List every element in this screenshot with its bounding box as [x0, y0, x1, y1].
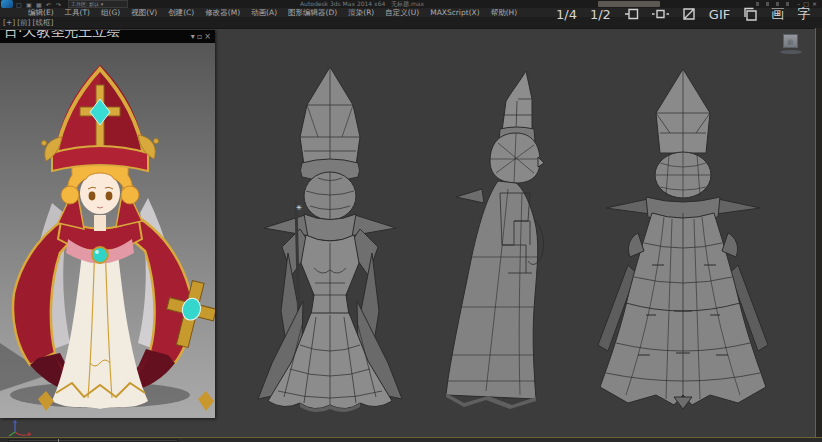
text-button[interactable]: 字 — [797, 5, 810, 23]
new-scene-icon[interactable]: ▢ — [16, 1, 22, 8]
menu-create[interactable]: 创建(C) — [168, 8, 194, 17]
3dsmax-logo-icon[interactable] — [1, 0, 13, 8]
viewcube-ring — [780, 50, 802, 54]
menu-customize[interactable]: 自定义(U) — [385, 8, 419, 17]
pin-icon[interactable] — [624, 7, 639, 21]
viewport-menu-shading[interactable]: [线框] — [33, 18, 54, 27]
undo-icon[interactable]: ↶ — [46, 1, 51, 8]
window-title: Autodesk 3ds Max 2014 x64 无标题.max — [300, 0, 560, 8]
menu-edit[interactable]: 编辑(E) — [28, 8, 54, 17]
wireframe-model-side[interactable] — [438, 69, 588, 409]
viewcube-front-face[interactable]: 前 — [783, 34, 798, 48]
viewport-menu-general[interactable]: [+] — [3, 18, 15, 27]
file-name: 无标题.max — [391, 0, 424, 7]
menu-animation[interactable]: 动画(A) — [251, 8, 277, 17]
draw-button[interactable]: 画 — [771, 5, 784, 23]
menu-maxscript[interactable]: MAXScript(X) — [430, 8, 479, 17]
cursor-sparkle: ✳ — [296, 205, 303, 212]
reference-window-controls: ▾▫× — [191, 31, 213, 42]
menu-help[interactable]: 帮助(H) — [491, 8, 518, 17]
copy-layers-icon[interactable] — [743, 7, 758, 21]
viewcube[interactable]: 前 — [779, 34, 803, 56]
resize-icon[interactable] — [652, 7, 669, 21]
menu-graph-editors[interactable]: 图形编辑器(D) — [288, 8, 337, 17]
menu-modifiers[interactable]: 修改器(M) — [205, 8, 240, 17]
open-file-icon[interactable]: ▣ — [26, 1, 32, 8]
app-title: Autodesk 3ds Max 2014 x64 — [300, 0, 385, 7]
crop-icon[interactable] — [682, 7, 696, 21]
menu-rendering[interactable]: 渲染(R) — [348, 8, 374, 17]
reference-image-window[interactable]: 日·天教圣光王立绘 ▾▫× — [0, 30, 215, 418]
reference-window-title: 日·天教圣光王立绘 — [4, 30, 120, 41]
wireframe-model-back[interactable] — [586, 65, 776, 425]
close-icon[interactable]: × — [204, 32, 213, 41]
menu-group[interactable]: 组(G) — [101, 8, 120, 17]
gif-button[interactable]: GIF — [709, 7, 730, 22]
scale-quarter-button[interactable]: 1/4 — [556, 7, 577, 22]
menu-tools[interactable]: 工具(T) — [65, 8, 90, 17]
reference-window-titlebar[interactable]: 日·天教圣光王立绘 ▾▫× — [0, 30, 215, 43]
viewport-menu-pov[interactable]: [前] — [17, 18, 30, 27]
world-axis-tripod — [6, 420, 34, 437]
capture-toolbar: 1/4 1/2 GIF 画 字 — [556, 2, 818, 26]
save-file-icon[interactable]: ▦ — [36, 1, 42, 8]
character-concept-art — [0, 43, 215, 418]
track-bar[interactable] — [0, 437, 822, 442]
viewport-right-border — [815, 28, 822, 437]
wireframe-model-front[interactable] — [240, 63, 430, 415]
redo-icon[interactable]: ↷ — [56, 1, 61, 8]
workspace-dropdown[interactable]: 工作区: 默认 ▾ — [68, 0, 128, 8]
menu-views[interactable]: 视图(V) — [131, 8, 157, 17]
scale-half-button[interactable]: 1/2 — [590, 7, 611, 22]
